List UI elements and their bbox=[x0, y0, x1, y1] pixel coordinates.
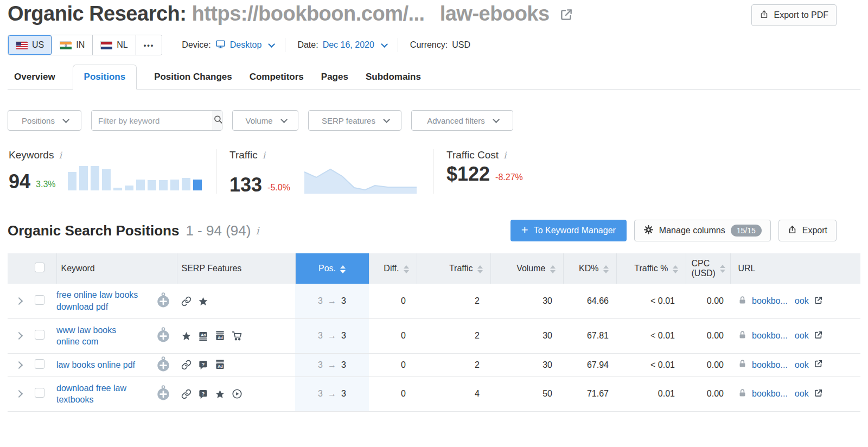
add-to-keyword-manager-icon[interactable] bbox=[156, 327, 170, 345]
keyword-filter-input[interactable] bbox=[92, 111, 213, 130]
date-selector[interactable]: Date: Dec 16, 2020 bbox=[297, 40, 385, 50]
lock-icon bbox=[738, 359, 747, 371]
traffic-pct-cell: 0.01 bbox=[616, 376, 686, 411]
serp-features-cell: ?Ad bbox=[177, 353, 295, 376]
video-icon bbox=[232, 388, 242, 399]
arrow-right-icon: → bbox=[328, 389, 336, 398]
url-link-end[interactable]: ook bbox=[795, 331, 809, 341]
page-title-url: https://bookboon.com/... bbox=[192, 2, 424, 25]
col-header-cpc-line1: CPC bbox=[692, 259, 710, 269]
manage-columns-button[interactable]: Manage columns 15/15 bbox=[634, 220, 771, 241]
serp-features-filter-dropdown[interactable]: SERP features bbox=[308, 110, 401, 131]
external-link-icon[interactable] bbox=[814, 359, 823, 371]
positions-section-header: Organic Search Positions 1 - 94 (94) i +… bbox=[8, 220, 860, 241]
nl-flag-icon bbox=[100, 41, 112, 49]
tab-overview[interactable]: Overview bbox=[14, 65, 55, 89]
country-tab-nl[interactable]: NL bbox=[93, 35, 136, 55]
positions-filter-dropdown[interactable]: Positions bbox=[8, 110, 81, 131]
faq-icon: ? bbox=[198, 360, 208, 370]
url-cell: bookbo...ook bbox=[730, 318, 860, 353]
svg-text:Ad: Ad bbox=[218, 335, 222, 340]
upload-icon bbox=[760, 10, 769, 21]
url-link[interactable]: bookbo... bbox=[752, 331, 788, 341]
expand-row-chevron-icon[interactable] bbox=[15, 332, 23, 340]
search-icon bbox=[213, 114, 222, 126]
device-label: Device: bbox=[182, 40, 210, 50]
export-button[interactable]: Export bbox=[778, 220, 837, 241]
country-tab-us[interactable]: US bbox=[8, 35, 52, 55]
url-link[interactable]: bookbo... bbox=[752, 389, 788, 399]
filter-bar: Positions Volume SERP features Advanced … bbox=[8, 110, 860, 131]
search-button[interactable] bbox=[213, 111, 222, 130]
tab-pages[interactable]: Pages bbox=[321, 65, 348, 89]
select-all-checkbox[interactable] bbox=[35, 263, 44, 272]
url-link-end[interactable]: ook bbox=[795, 296, 809, 306]
row-checkbox[interactable] bbox=[35, 388, 44, 398]
keywords-trend-bars bbox=[68, 165, 202, 190]
col-header-diff[interactable]: Diff. bbox=[369, 253, 417, 284]
external-link-icon[interactable] bbox=[814, 330, 823, 342]
keyword-link[interactable]: download free law textbooks bbox=[56, 382, 141, 406]
advanced-filters-dropdown[interactable]: Advanced filters bbox=[411, 110, 513, 131]
col-header-traffic[interactable]: Traffic bbox=[417, 253, 490, 284]
row-checkbox[interactable] bbox=[35, 330, 44, 340]
serp-features-filter-label: SERP features bbox=[322, 116, 375, 125]
url-link[interactable]: bookbo... bbox=[752, 296, 788, 306]
info-icon[interactable]: i bbox=[59, 150, 61, 161]
url-link[interactable]: bookbo... bbox=[752, 360, 788, 370]
tab-positions[interactable]: Positions bbox=[73, 65, 137, 90]
us-flag-icon bbox=[16, 41, 27, 49]
tab-subdomains[interactable]: Subdomains bbox=[366, 65, 421, 89]
keywords-change: 3.3% bbox=[36, 180, 55, 189]
col-header-kd[interactable]: KD% bbox=[563, 253, 616, 284]
manage-columns-label: Manage columns bbox=[659, 226, 725, 235]
url-link-end[interactable]: ook bbox=[795, 389, 809, 399]
keyword-link[interactable]: www law books online com bbox=[56, 324, 141, 348]
col-header-cpc[interactable]: CPC(USD) bbox=[686, 253, 730, 284]
export-to-pdf-button[interactable]: Export to PDF bbox=[751, 4, 837, 26]
lock-icon bbox=[738, 330, 747, 342]
diff-cell: 0 bbox=[369, 284, 417, 318]
keyword-link[interactable]: law books online pdf bbox=[56, 359, 141, 371]
volume-cell: 30 bbox=[490, 318, 563, 353]
position-cell: 3→3 bbox=[295, 376, 369, 411]
toolbar: US IN NL ••• Device: Desktop Date: Dec 1… bbox=[8, 34, 860, 56]
col-header-pos[interactable]: Pos. bbox=[295, 253, 369, 284]
expand-row-chevron-icon[interactable] bbox=[15, 390, 23, 398]
country-tab-in[interactable]: IN bbox=[52, 35, 93, 55]
col-header-traffic-pct[interactable]: Traffic % bbox=[616, 253, 686, 284]
external-link-icon[interactable] bbox=[559, 3, 573, 27]
traffic-cell: 2 bbox=[417, 284, 490, 318]
row-checkbox[interactable] bbox=[35, 295, 44, 305]
volume-cell: 30 bbox=[490, 284, 563, 318]
expand-row-chevron-icon[interactable] bbox=[15, 297, 23, 305]
keyword-link[interactable]: free online law books download pdf bbox=[56, 289, 141, 312]
organic-research-page: Organic Research: https://bookboon.com/.… bbox=[0, 0, 868, 412]
volume-filter-dropdown[interactable]: Volume bbox=[232, 110, 298, 131]
checkbox-cell bbox=[35, 284, 56, 318]
table-row: law books online pdf?Ad3→3023067.94< 0.0… bbox=[8, 353, 860, 376]
info-icon[interactable]: i bbox=[263, 150, 265, 161]
tab-competitors[interactable]: Competitors bbox=[250, 65, 304, 89]
url-link-end[interactable]: ook bbox=[795, 360, 809, 370]
tab-position-changes[interactable]: Position Changes bbox=[154, 65, 232, 89]
volume-cell: 50 bbox=[490, 376, 563, 411]
external-link-icon[interactable] bbox=[814, 388, 823, 400]
info-icon[interactable]: i bbox=[256, 225, 259, 237]
info-icon[interactable]: i bbox=[503, 150, 506, 161]
device-selector[interactable]: Device: Desktop bbox=[182, 39, 273, 52]
positions-filter-label: Positions bbox=[22, 116, 55, 125]
expand-row-chevron-icon[interactable] bbox=[15, 361, 23, 369]
kd-cell: 67.81 bbox=[563, 318, 616, 353]
external-link-icon[interactable] bbox=[814, 296, 823, 307]
add-to-keyword-manager-icon[interactable] bbox=[156, 292, 170, 310]
divider bbox=[285, 38, 285, 52]
page-title: Organic Research: https://bookboon.com/.… bbox=[8, 2, 714, 27]
add-to-keyword-manager-icon[interactable] bbox=[156, 385, 170, 403]
add-to-keyword-manager-icon[interactable] bbox=[156, 356, 170, 374]
more-countries-button[interactable]: ••• bbox=[136, 35, 162, 55]
col-header-volume[interactable]: Volume bbox=[490, 253, 563, 284]
to-keyword-manager-button[interactable]: + To Keyword Manager bbox=[510, 220, 627, 241]
sort-icon bbox=[603, 265, 609, 273]
row-checkbox[interactable] bbox=[35, 359, 44, 369]
